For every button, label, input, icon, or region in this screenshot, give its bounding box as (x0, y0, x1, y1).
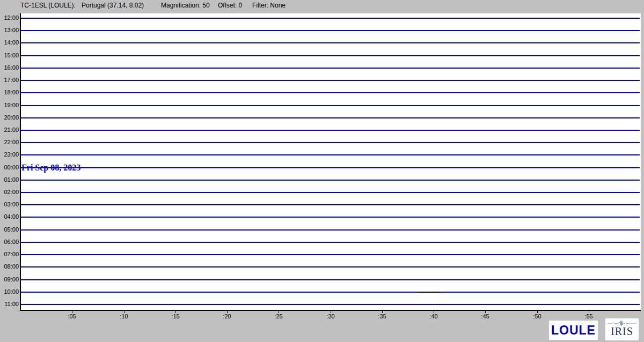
hour-label: 08:00 (0, 263, 19, 270)
iris-logo-text: IRIS (605, 325, 639, 337)
trace-row (21, 42, 640, 43)
hour-label: 17:00 (0, 77, 19, 84)
trace-row (21, 18, 640, 19)
date-annotation: Fri Sep 08, 2023 (21, 163, 80, 173)
trace-row (21, 279, 640, 280)
trace-row (21, 217, 640, 218)
trace-row (21, 105, 640, 106)
magnification-label: Magnification: 50 (161, 2, 210, 9)
hour-label: 12:00 (0, 14, 19, 21)
hour-label: 22:00 (0, 139, 19, 146)
hour-label: 18:00 (0, 89, 19, 96)
station-monitor-window: TC-1ESL (LOULE): Portugal (37.14, 8.02) … (0, 0, 644, 342)
trace-row (21, 142, 640, 143)
hour-label: 02:00 (0, 189, 19, 196)
offset-label: Offset: 0 (218, 2, 242, 9)
hour-label: 16:00 (0, 64, 19, 71)
hour-label: 13:00 (0, 27, 19, 34)
hour-label: 14:00 (0, 39, 19, 46)
station-button[interactable]: LOULE (549, 321, 598, 340)
trace-row (21, 154, 640, 155)
minute-tick-label: :30 (320, 313, 341, 320)
trace-row (21, 254, 640, 255)
trace-row (21, 130, 640, 131)
iris-logo[interactable]: IRIS (605, 318, 639, 340)
trace-row (21, 242, 640, 243)
trace-row (21, 192, 640, 193)
hour-label: 21:00 (0, 127, 19, 133)
hour-label: 20:00 (0, 114, 19, 121)
trace-row (21, 304, 640, 305)
filter-label: Filter: None (252, 2, 286, 9)
hour-label: 15:00 (0, 52, 19, 59)
minute-tick-label: :35 (371, 313, 393, 320)
trace-row (21, 80, 640, 81)
minute-tick-label: :55 (578, 313, 599, 320)
hour-label: 03:00 (0, 201, 19, 208)
trace-row (21, 92, 640, 93)
minute-tick-label: :20 (216, 313, 238, 320)
station-id-label: TC-1ESL (LOULE): (20, 2, 76, 9)
hour-label: 01:00 (0, 176, 19, 183)
hour-label: 09:00 (0, 276, 19, 283)
minute-tick-label: :50 (526, 313, 548, 320)
hour-label: 11:00 (0, 301, 19, 308)
trace-row (21, 55, 640, 56)
minute-tick-label: :15 (165, 313, 186, 320)
data-gap-segment (417, 292, 441, 293)
trace-row (21, 204, 640, 205)
hour-label: 00:00 (0, 164, 19, 171)
hour-label: 07:00 (0, 251, 19, 258)
trace-row (21, 292, 640, 293)
trace-row (21, 266, 640, 267)
hour-label: 05:00 (0, 226, 19, 233)
hour-label: 06:00 (0, 239, 19, 246)
minute-tick-label: :40 (423, 313, 444, 320)
hour-label: 04:00 (0, 213, 19, 220)
hour-label: 19:00 (0, 102, 19, 109)
minute-tick-label: :05 (61, 313, 83, 320)
hour-label: 23:00 (0, 151, 19, 158)
minute-tick-label: :10 (113, 313, 135, 320)
trace-row (21, 180, 640, 181)
trace-row (21, 117, 640, 118)
trace-row (21, 30, 640, 31)
minute-tick-label: :25 (268, 313, 289, 320)
trace-row (21, 229, 640, 231)
trace-row (21, 167, 640, 168)
minute-tick-label: :45 (474, 313, 496, 320)
trace-row (21, 68, 640, 69)
station-location-label: Portugal (37.14, 8.02) (82, 2, 144, 9)
hour-label: 10:00 (0, 288, 19, 295)
